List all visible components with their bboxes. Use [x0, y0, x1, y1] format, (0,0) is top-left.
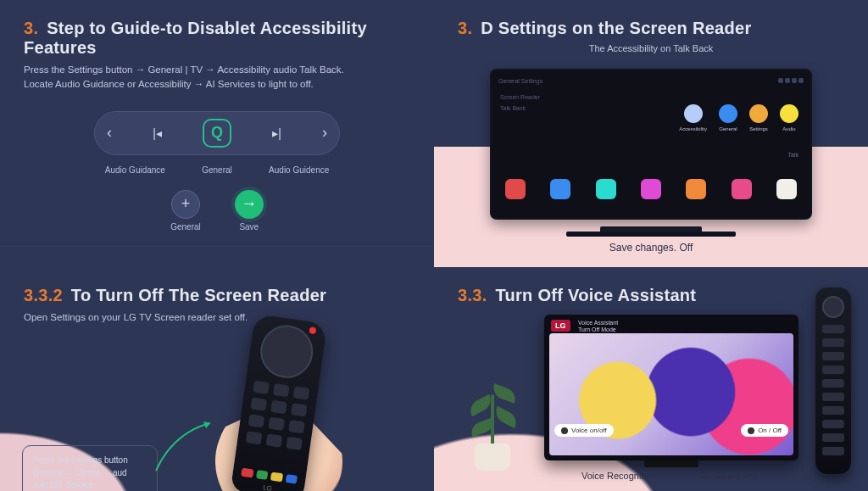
save-caption: Save [239, 222, 259, 232]
panel2-subtitle: The Accessibility on Talk Back [458, 43, 844, 53]
tv-right-label: Talk [788, 152, 798, 158]
tv-wallpaper [549, 333, 793, 455]
tv-side-item[interactable]: Talk Back [500, 103, 540, 114]
add-button[interactable]: + [171, 190, 200, 219]
app-square-icon[interactable] [686, 179, 706, 199]
tv-status-bar: General Settings [498, 75, 804, 86]
panel4-captions: Voice Recognition AI Sound Pro [581, 471, 758, 481]
tv-app-row-bottom [505, 179, 797, 199]
tv-side-menu: Screen Reader Talk Back [500, 92, 540, 114]
panel1-title: Step to Guide-to Disablet Accessibility … [24, 19, 367, 57]
add-caption: General [170, 222, 201, 232]
panel1-heading: 3. Step to Guide-to Disablet Accessibili… [24, 19, 410, 58]
panel2-caption: Save changes. Off [458, 242, 844, 254]
chevron-left-icon[interactable]: ‹ [107, 124, 112, 142]
pointer-arrow-icon [154, 420, 214, 479]
chip-voice[interactable]: Voice on/off [554, 424, 614, 437]
chevron-right-icon[interactable]: › [322, 124, 327, 142]
center-tile-icon[interactable]: Q [203, 119, 231, 148]
app-tile[interactable]: Accessibility [679, 104, 707, 131]
panel4-step-number: 3.3. [458, 286, 487, 304]
panel1-step-number: 3. [24, 19, 38, 37]
skip-forward-icon[interactable]: ▸| [268, 124, 287, 142]
panel-turn-off-screen-reader: 3.3.2 To Turn Off The Screen Reader Open… [0, 267, 434, 491]
remote-button-grid [246, 381, 310, 450]
dot-icon [561, 427, 568, 434]
callout-line: General → Utront → aud [33, 467, 147, 480]
panel3-heading: 3.3.2 To Turn Off The Screen Reader [24, 286, 410, 305]
panel2-step-number: 3. [458, 19, 472, 37]
tv2-titlebar: Voice Assistant Turn Off Mode [578, 320, 618, 334]
nav-pill: ‹ |◂ Q ▸| › [94, 111, 340, 155]
app-square-icon[interactable] [732, 179, 752, 199]
chip-onoff[interactable]: On / Off [741, 424, 788, 437]
pill-caption-center: General [176, 165, 259, 175]
panel-disable-accessibility: 3. Step to Guide-to Disablet Accessibili… [0, 0, 434, 267]
callout-line: Press the Settings button [33, 455, 147, 467]
caption-voice-recognition: Voice Recognition [581, 471, 656, 481]
app-square-icon[interactable] [550, 179, 570, 199]
app-tile[interactable]: Settings [749, 104, 768, 131]
status-icons [776, 78, 804, 84]
app-square-icon[interactable] [596, 179, 616, 199]
pill-caption-right: Audio Guidence [258, 165, 340, 175]
pill-caption-left: Audio Guidance [94, 165, 176, 175]
tv-screen: General Settings Screen Reader Talk Back… [490, 69, 812, 220]
panel4-heading: 3.3. Turn Off Voice Assistant [458, 286, 844, 305]
tv-screen: LG Voice Assistant Turn Off Mode Voice o… [544, 315, 798, 460]
pill-captions: Audio Guidance General Audio Guidence [94, 165, 340, 175]
skip-back-icon[interactable]: |◂ [148, 124, 167, 142]
caption-ai-sound-pro: AI Sound Pro [702, 471, 757, 481]
app-tile[interactable]: General [719, 104, 737, 131]
power-led-icon [309, 326, 316, 334]
action-row: + General Save [24, 190, 410, 232]
tv-foot [566, 232, 736, 237]
dot-icon [748, 427, 754, 434]
app-tile[interactable]: Audio [780, 104, 798, 131]
app-square-icon[interactable] [641, 179, 661, 199]
tv-status-title: General Settings [498, 78, 542, 84]
panel2-heading: 3. D Settings on the Screen Reader [458, 19, 844, 38]
panel1-desc-line1: Press the Settings button → General | TV… [24, 63, 380, 77]
tv-app-row-top: Accessibility General Settings Audio [679, 104, 798, 131]
tv-stand [644, 460, 698, 467]
panel3-title: To Turn Off The Screen Reader [71, 286, 326, 304]
panel1-desc-line2: Locate Audio Guidance or Accessibility →… [24, 77, 380, 92]
plant-illustration [463, 377, 522, 471]
tv-side-item[interactable]: Screen Reader [500, 92, 540, 103]
panel2-title: D Settings on the Screen Reader [481, 19, 751, 37]
panel-turn-off-voice-assistant: 3.3. Turn Off Voice Assistant LG Voice A… [434, 267, 868, 491]
save-button[interactable] [235, 190, 264, 219]
panel4-title: Turn Off Voice Assistant [495, 286, 696, 304]
panel3-subtitle: Open Settings on your LG TV Screen reade… [24, 310, 380, 325]
panel3-step-number: 3.3.2 [24, 286, 63, 304]
app-square-icon[interactable] [505, 179, 526, 199]
callout-line: a AI.GR Service [33, 479, 147, 491]
tv-remote-slim [815, 287, 851, 474]
instruction-callout: Press the Settings button General → Utro… [22, 445, 158, 491]
panel-settings-screen-reader: 3. D Settings on the Screen Reader The A… [434, 0, 868, 267]
lg-badge: LG [551, 320, 570, 332]
app-square-icon[interactable] [776, 179, 797, 199]
